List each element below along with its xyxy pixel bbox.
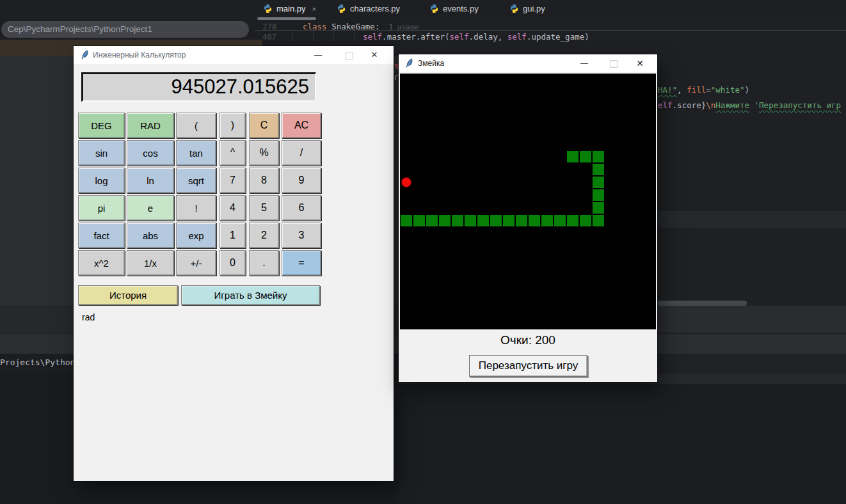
- calc-button-x^2[interactable]: x^2: [78, 250, 125, 276]
- code-token: self: [449, 32, 468, 42]
- calc-button-![interactable]: !: [176, 195, 216, 221]
- close-button[interactable]: ✕: [630, 54, 650, 72]
- calc-button-6[interactable]: 6: [282, 195, 321, 221]
- indent-guide: [313, 31, 314, 42]
- calc-button-=[interactable]: =: [282, 250, 321, 276]
- code-token: игр: [822, 100, 841, 110]
- tab-gui.py[interactable]: gui.py: [506, 0, 549, 17]
- calc-button-+/-[interactable]: +/-: [176, 250, 216, 276]
- snake-segment: [592, 176, 605, 189]
- code-token: ': [749, 100, 759, 110]
- code-token: НА!": [658, 85, 677, 95]
- calc-button-([interactable]: (: [176, 113, 216, 138]
- minimize-button[interactable]: —: [575, 54, 594, 72]
- snake-window-title: Змейка: [418, 59, 444, 68]
- snake-segment: [528, 214, 541, 227]
- tab-bar: main.py×characters.pyevents.pygui.py: [0, 0, 846, 17]
- snake-segment: [541, 214, 554, 227]
- code-line-407: self.master.after(self.delay, self.updat…: [363, 32, 589, 42]
- calc-button-7[interactable]: 7: [219, 168, 246, 193]
- calc-button-0[interactable]: 0: [219, 250, 246, 276]
- calculator-window: Инженерный Калькулятор — ✕ 945027.015625…: [74, 46, 394, 481]
- maximize-button[interactable]: [610, 60, 618, 68]
- calc-button-DEG[interactable]: DEG: [78, 113, 125, 138]
- restart-game-button[interactable]: Перезапустить игру: [469, 355, 587, 377]
- snake-segment: [515, 214, 528, 227]
- calc-button-abs[interactable]: abs: [127, 223, 174, 248]
- calc-button-/[interactable]: /: [282, 140, 321, 166]
- calc-button-5[interactable]: 5: [249, 195, 279, 221]
- calc-button-tan[interactable]: tan: [176, 140, 216, 166]
- calc-button-RAD[interactable]: RAD: [127, 113, 174, 138]
- calc-button-3[interactable]: 3: [282, 223, 321, 248]
- calc-button-cos[interactable]: cos: [127, 140, 174, 166]
- calc-button-)[interactable]: ): [219, 113, 246, 138]
- snake-segment: [477, 214, 490, 227]
- code-token: Перезапустить: [759, 100, 822, 110]
- code-token: =: [706, 85, 711, 95]
- tab-close-icon[interactable]: ×: [312, 5, 316, 13]
- tab-label: gui.py: [523, 4, 545, 13]
- calc-button-sqrt[interactable]: sqrt: [176, 168, 216, 193]
- sticky-divider: [255, 30, 846, 31]
- code-token: "white": [711, 85, 745, 95]
- calc-button-4[interactable]: 4: [219, 195, 246, 221]
- snake-segment: [592, 189, 605, 201]
- tab-label: main.py: [276, 4, 306, 13]
- snake-titlebar[interactable]: Змейка — ✕: [399, 54, 657, 72]
- snake-segment: [566, 150, 579, 163]
- terminal-path-text: Projects\Python: [0, 358, 74, 369]
- snake-segment: [579, 150, 592, 163]
- calc-button-e[interactable]: e: [127, 195, 174, 221]
- bg-code-line-1: НА!", fill="white"): [658, 85, 749, 95]
- snake-segment: [566, 214, 579, 227]
- code-token: ): [745, 85, 750, 95]
- python-icon: [337, 4, 346, 13]
- calc-button-exp[interactable]: exp: [176, 223, 216, 248]
- calc-button-ln[interactable]: ln: [127, 168, 174, 193]
- snake-segment: [426, 214, 438, 227]
- calc-button-1[interactable]: 1: [219, 223, 246, 248]
- calc-button-9[interactable]: 9: [282, 168, 321, 193]
- snake-segment: [502, 214, 515, 227]
- calc-button-C[interactable]: C: [249, 113, 279, 138]
- tab-scrollbar[interactable]: [257, 17, 316, 20]
- indent-guide: [333, 31, 334, 42]
- snake-segment: [592, 201, 605, 214]
- calc-button-2[interactable]: 2: [249, 223, 279, 248]
- horizontal-scrollbar-thumb[interactable]: [657, 301, 747, 306]
- tab-main.py[interactable]: main.py×: [259, 0, 320, 17]
- bg-code-line-2: elf.score}\nНажмите 'Перезапустить игр: [658, 100, 841, 110]
- screen: Cep\PycharmProjects\PythonProject1 main.…: [0, 0, 846, 504]
- history-button[interactable]: История: [78, 285, 178, 305]
- snake-food: [401, 177, 411, 187]
- right-bottom-band: [399, 384, 846, 504]
- calc-button-.[interactable]: .: [249, 250, 279, 276]
- snake-segment: [464, 214, 477, 227]
- snake-score-label: Очки: 200: [399, 333, 657, 347]
- calc-button-%[interactable]: %: [249, 140, 279, 166]
- tab-events.py[interactable]: events.py: [426, 0, 483, 17]
- code-token: self: [363, 32, 382, 42]
- calc-button-fact[interactable]: fact: [78, 223, 125, 248]
- code-token: ,: [677, 85, 687, 95]
- calc-button-1/x[interactable]: 1/x: [127, 250, 174, 276]
- snake-segment: [400, 214, 413, 227]
- snake-segment: [451, 214, 464, 227]
- calculator-keypad: DEGRAD()CACsincostan^%/loglnsqrt789pie!4…: [74, 46, 394, 481]
- code-token: .master.after(: [382, 32, 449, 42]
- calc-button-AC[interactable]: AC: [282, 113, 321, 138]
- code-token: elf: [658, 100, 673, 110]
- project-path-field[interactable]: Cep\PycharmProjects\PythonProject1: [1, 21, 249, 38]
- python-icon: [263, 4, 273, 13]
- code-token: .score: [673, 100, 701, 110]
- calc-button-8[interactable]: 8: [249, 168, 279, 193]
- play-snake-button[interactable]: Играть в Змейку: [181, 285, 320, 305]
- calc-button-log[interactable]: log: [78, 168, 125, 193]
- snake-game-canvas: [400, 74, 656, 329]
- calc-button-pi[interactable]: pi: [78, 195, 125, 221]
- calc-button-sin[interactable]: sin: [78, 140, 125, 166]
- indent-guide: [292, 31, 293, 42]
- tab-characters.py[interactable]: characters.py: [333, 0, 404, 17]
- calc-button-^[interactable]: ^: [219, 140, 246, 166]
